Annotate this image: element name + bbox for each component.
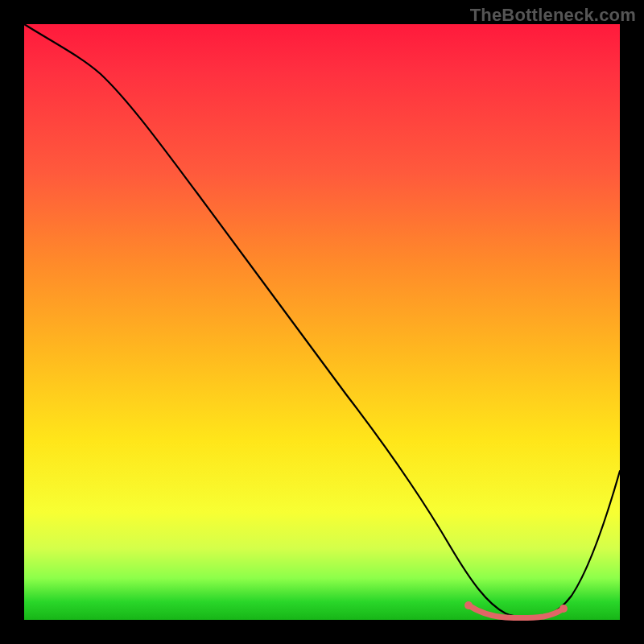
min-end-dot <box>559 605 568 613</box>
plot-area <box>24 24 620 620</box>
chart-frame: TheBottleneck.com <box>0 0 644 644</box>
min-start-dot <box>464 601 473 609</box>
minimum-highlight <box>469 605 564 618</box>
curve-path <box>24 24 620 617</box>
watermark-text: TheBottleneck.com <box>470 5 636 26</box>
bottleneck-curve <box>24 24 620 620</box>
